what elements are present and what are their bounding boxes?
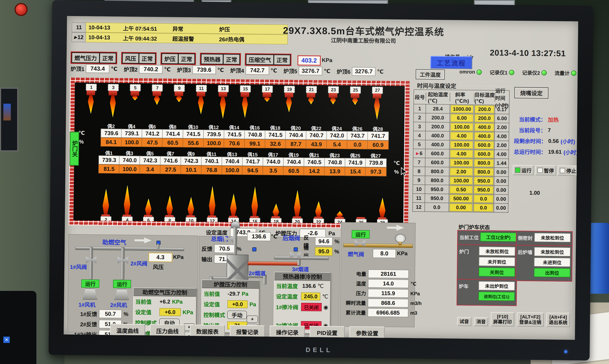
target-temp-input[interactable]: 0.0: [474, 195, 493, 203]
monitor-bezel: 11 10-04-13 上午 07:54:51 异常 炉压 ▶12 10-04-…: [49, 0, 593, 361]
flame-icon: [250, 186, 259, 216]
target-temp-input[interactable]: 600.0: [474, 150, 494, 158]
nav-button[interactable]: PID设置: [310, 326, 345, 339]
slope-input[interactable]: 100.00: [450, 177, 473, 185]
power-led-icon[interactable]: [564, 350, 567, 353]
burner-settings-button[interactable]: 烧嘴设定: [514, 87, 549, 99]
target-temp-input[interactable]: 800.0: [474, 168, 493, 176]
gas-data-unit: KPa: [410, 291, 420, 297]
gas-pipe: [343, 243, 413, 248]
alarm-row[interactable]: ▶12 10-04-13 上午 09:44:32 超温报警 26#热电偶: [72, 32, 288, 44]
slope-input[interactable]: 4.00: [450, 132, 473, 140]
alarm-type: 异常: [172, 25, 219, 33]
nav-button[interactable]: 压力曲线: [150, 324, 185, 338]
roof-temp-value: 743.4: [86, 64, 109, 73]
nav-button[interactable]: 操作记录: [270, 325, 305, 339]
mode-label: 当前模式：: [519, 115, 546, 123]
device-indicator: 流量计: [555, 69, 576, 77]
mode-button[interactable]: 手动: [227, 311, 247, 319]
flame-icon: [186, 197, 195, 215]
slope-input[interactable]: 500.00: [450, 195, 472, 203]
target-temp-input[interactable]: 950.0: [474, 177, 493, 185]
burner-number: 2: [101, 216, 111, 224]
furnace-interior: 1357911131517192123252724681012141618202…: [74, 82, 405, 224]
schedule-table: 段号 起始温度(℃) 斜率(℃/h) 目标温度(℃) 运行时间(小时) 1 28…: [412, 89, 510, 213]
wall-label: 后炉墙: [518, 248, 532, 256]
run-time: 4.00: [495, 150, 509, 159]
slope-input[interactable]: 1000.00: [450, 105, 473, 113]
gas-data-value: 14.0: [368, 279, 409, 288]
run-time: 2.00: [495, 123, 509, 132]
thermocouple-output: 5.4: [326, 140, 348, 149]
thermocouple-label: 偶1: [99, 149, 119, 156]
remain-line: 段剩余时间： 0.56 (小时): [514, 137, 575, 145]
cool-valve-1-status: 已关闭: [301, 303, 322, 311]
furnace-diagram: 1357911131517192123252724681012141618202…: [68, 78, 410, 229]
valve-actuator-icon[interactable]: ◉: [323, 304, 328, 310]
thermocouple-output: 94.5: [242, 166, 263, 175]
slope-input[interactable]: 0.00: [450, 203, 472, 211]
flame-icon: [197, 96, 205, 114]
process-flow-button[interactable]: 工艺流程: [430, 56, 472, 69]
station-label: 当前工位: [459, 234, 479, 241]
system-button[interactable]: [Alt+F4] 退出系统: [546, 313, 570, 327]
nav-button[interactable]: 数据报表: [190, 325, 225, 338]
set-input[interactable]: +0.0: [227, 300, 248, 308]
target-temp-input[interactable]: 950.0: [474, 186, 493, 194]
run-button[interactable]: 运行: [513, 165, 534, 175]
schedule-row: 2 200.0 6.00 200.0 6.00: [413, 113, 509, 123]
slope-input[interactable]: 2.00: [450, 168, 473, 176]
system-button[interactable]: [ALT+F2] 登录&注销: [517, 312, 544, 327]
system-button[interactable]: [F10] 屏幕打印: [491, 312, 514, 326]
system-button[interactable]: 消音: [474, 317, 488, 326]
slope-input[interactable]: 0.50: [450, 185, 473, 194]
slope-input[interactable]: 100.00: [450, 141, 473, 149]
thermocouple-temp: 744.0: [263, 157, 284, 166]
burner-number: 23: [328, 86, 339, 93]
target-temp-input[interactable]: 600.0: [474, 141, 494, 149]
burner-number: 19: [284, 86, 295, 93]
system-button[interactable]: 试音: [457, 317, 472, 326]
target-temp-input[interactable]: 400.0: [474, 132, 494, 140]
thermocouple-output: 70.6: [224, 139, 245, 148]
thermocouple-label: 偶9: [181, 150, 201, 157]
seal-state: 未放松到位: [534, 233, 570, 242]
target-temp-input[interactable]: 0.0: [474, 204, 493, 212]
roof-temp-unit: ℃: [111, 66, 117, 72]
schedule-row: 10 950.0 0.50 950.0 0.00: [412, 185, 508, 195]
device-name: omron: [459, 69, 475, 75]
flame-icon: [241, 97, 249, 118]
pause-button[interactable]: 暂停: [535, 165, 556, 175]
start-temp: 200.0: [426, 113, 450, 122]
stop-button[interactable]: 停止: [557, 165, 578, 176]
nav-button[interactable]: 温度曲线: [110, 324, 145, 337]
flame-icon: [285, 97, 293, 112]
target-temp-input[interactable]: 200.0: [475, 105, 494, 113]
thermocouple-output: 100.0: [222, 166, 243, 175]
stop-label: 停止: [566, 167, 576, 174]
target-temp-input[interactable]: 400.0: [475, 123, 494, 131]
slope-input[interactable]: 4.00: [450, 150, 473, 158]
device-indicators: omron 记录仪1 记录仪2 流量计: [459, 68, 576, 77]
workpiece-temp-button[interactable]: 工件温度: [416, 69, 445, 80]
nav-button[interactable]: 参数设置: [349, 326, 385, 340]
burner-number: 4: [122, 217, 133, 224]
slope-input[interactable]: 100.00: [450, 123, 473, 131]
thermocouple-label: 偶18: [265, 124, 285, 131]
target-temp-input[interactable]: 200.0: [475, 114, 494, 122]
col-header-start: 起始温度(℃): [426, 93, 450, 102]
button-label: 屏幕打印: [493, 319, 512, 325]
gas-valve-label: 燃气阀: [348, 250, 364, 258]
door-panel: 炉门 未放松到位 未开到位 关到位: [457, 244, 517, 281]
nav-button[interactable]: 报警记录: [230, 325, 265, 338]
set-label: 设定值: [135, 308, 158, 316]
window-icon: ✕: [3, 337, 10, 343]
slope-input[interactable]: 6.00: [450, 114, 473, 122]
remain-value: 0.56: [548, 138, 559, 144]
set-temp-input[interactable]: 245.0: [301, 292, 320, 300]
slope-input[interactable]: 100.00: [450, 159, 473, 167]
set-input[interactable]: +6.0: [159, 308, 181, 316]
increase-button[interactable]: +: [247, 315, 258, 323]
target-temp-input[interactable]: 800.0: [474, 159, 494, 167]
burner-number: 3: [108, 84, 119, 91]
